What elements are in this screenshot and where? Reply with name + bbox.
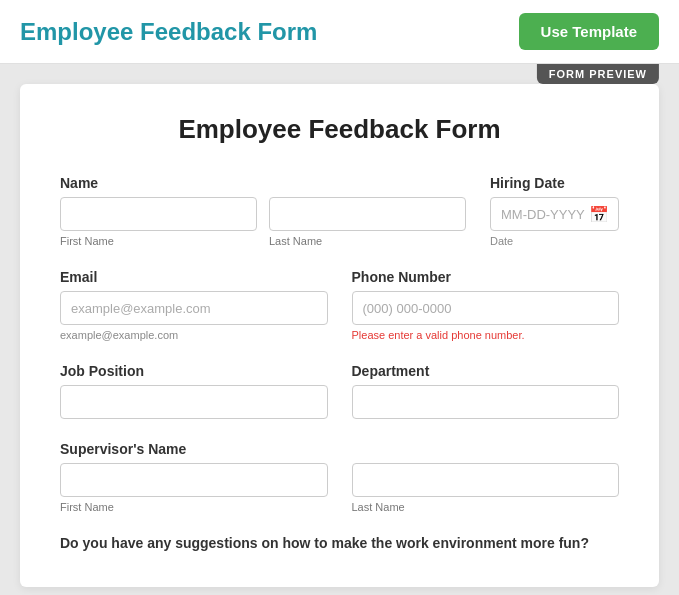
supervisor-name-label: Supervisor's Name xyxy=(60,441,328,457)
supervisor-name-group: Supervisor's Name First Name xyxy=(60,441,328,513)
email-group: Email example@example.com xyxy=(60,269,328,341)
suggestion-group: Do you have any suggestions on how to ma… xyxy=(60,535,619,557)
email-sublabel: example@example.com xyxy=(60,329,328,341)
job-position-label: Job Position xyxy=(60,363,328,379)
supervisor-last-name-sublabel: Last Name xyxy=(352,501,620,513)
phone-input[interactable] xyxy=(352,291,620,325)
page-header: Employee Feedback Form Use Template xyxy=(0,0,679,64)
supervisor-first-name-input[interactable] xyxy=(60,463,328,497)
phone-label: Phone Number xyxy=(352,269,620,285)
row-name-hiring: Name First Name Last Name Hiring Date 📅 … xyxy=(60,175,619,247)
form-preview-wrapper: FORM PREVIEW Employee Feedback Form Name… xyxy=(0,64,679,595)
department-label: Department xyxy=(352,363,620,379)
department-input[interactable] xyxy=(352,385,620,419)
job-position-group: Job Position xyxy=(60,363,328,419)
hiring-date-group: Hiring Date 📅 Date xyxy=(490,175,619,247)
job-position-input[interactable] xyxy=(60,385,328,419)
department-group: Department xyxy=(352,363,620,419)
first-name-sublabel: First Name xyxy=(60,235,257,247)
email-label: Email xyxy=(60,269,328,285)
phone-error: Please enter a valid phone number. xyxy=(352,329,620,341)
name-group: Name First Name Last Name xyxy=(60,175,466,247)
last-name-sublabel: Last Name xyxy=(269,235,466,247)
suggestion-label: Do you have any suggestions on how to ma… xyxy=(60,535,619,551)
row-job-department: Job Position Department xyxy=(60,363,619,419)
last-name-input[interactable] xyxy=(269,197,466,231)
use-template-button[interactable]: Use Template xyxy=(519,13,659,50)
supervisor-last-name-group: Last Name xyxy=(352,441,620,513)
supervisor-last-name-input[interactable] xyxy=(352,463,620,497)
page-title: Employee Feedback Form xyxy=(20,18,317,46)
date-sublabel: Date xyxy=(490,235,619,247)
name-sub-row xyxy=(60,197,466,231)
form-card: Employee Feedback Form Name First Name L… xyxy=(20,84,659,587)
date-input-wrapper: 📅 xyxy=(490,197,619,231)
form-preview-badge-wrapper: FORM PREVIEW xyxy=(20,64,659,84)
phone-group: Phone Number Please enter a valid phone … xyxy=(352,269,620,341)
email-input[interactable] xyxy=(60,291,328,325)
row-supervisor: Supervisor's Name First Name Last Name xyxy=(60,441,619,513)
form-preview-badge: FORM PREVIEW xyxy=(537,64,659,84)
hiring-date-input[interactable] xyxy=(490,197,619,231)
first-name-input[interactable] xyxy=(60,197,257,231)
hiring-date-label: Hiring Date xyxy=(490,175,619,191)
supervisor-first-name-sublabel: First Name xyxy=(60,501,328,513)
row-email-phone: Email example@example.com Phone Number P… xyxy=(60,269,619,341)
form-card-title: Employee Feedback Form xyxy=(60,114,619,145)
name-label: Name xyxy=(60,175,466,191)
